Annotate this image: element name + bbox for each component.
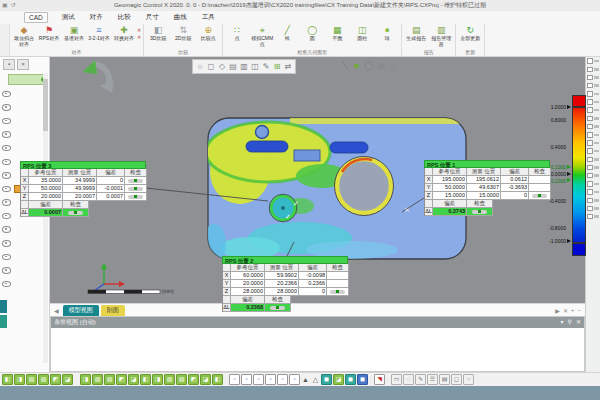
ribbon-button-全部更新[interactable]: ↻全部更新 <box>458 25 482 42</box>
ribbon-button-点[interactable]: ∷点 <box>225 25 249 42</box>
ribbon-button-转换对齐[interactable]: ✚转换对齐 <box>112 25 136 42</box>
checkbox-icon[interactable] <box>587 214 593 220</box>
range-marker-icon[interactable] <box>567 172 571 176</box>
checkbox-icon[interactable] <box>587 75 593 81</box>
undo-icon[interactable]: ↺ <box>11 1 16 8</box>
checkbox-icon[interactable] <box>587 173 593 179</box>
toolbar-icon-12[interactable]: ◪ <box>128 374 139 385</box>
toolbar-icon-5[interactable]: ◩ <box>50 374 61 385</box>
toolbar-icon-15[interactable]: ▧ <box>164 374 175 385</box>
toolbar-icon-40[interactable]: ▤ <box>439 374 450 385</box>
display-option-row[interactable] <box>586 90 600 98</box>
toolbar-icon-14[interactable]: ◨ <box>152 374 163 385</box>
rps-callout-rps1[interactable]: RPS 位置 1参考位置测量 位置偏差检查X195.0000195.06120.… <box>424 160 550 216</box>
ribbon-button-RPS对齐[interactable]: ⚑RPS对齐 <box>37 25 61 42</box>
tree-row[interactable] <box>2 128 42 142</box>
panel-close-icon[interactable]: ✕ <box>563 307 568 314</box>
checkbox-icon[interactable] <box>587 91 593 97</box>
menu-tab-对齐[interactable]: 对齐 <box>89 13 104 22</box>
tree-row[interactable] <box>2 87 42 101</box>
eye-icon[interactable] <box>2 213 11 220</box>
import-view-icon[interactable]: ▤ <box>228 61 238 72</box>
menu-tab-尺寸[interactable]: 尺寸 <box>145 13 160 22</box>
checkbox-icon[interactable] <box>587 58 593 64</box>
display-option-row[interactable] <box>586 106 600 114</box>
toolbar-icon-25[interactable]: ▫ <box>277 374 288 385</box>
ribbon-button-生成报告[interactable]: ▤生成报告 <box>404 25 428 42</box>
split-view-icon[interactable]: ◫ <box>250 61 260 72</box>
toolbar-icon-38[interactable]: ✎ <box>415 374 426 385</box>
prism-view-icon[interactable]: ◇ <box>217 61 227 72</box>
side-tab-2[interactable] <box>0 315 7 328</box>
display-option-row[interactable] <box>586 73 600 81</box>
toolbar-icon-36[interactable]: ▭ <box>391 374 402 385</box>
ribbon-button-2D比较[interactable]: ⇅2D比较 <box>171 25 195 42</box>
toolbar-icon-18[interactable]: ◪ <box>200 374 211 385</box>
checkbox-icon[interactable] <box>587 124 593 130</box>
ribbon-button-球[interactable]: ●球 <box>375 25 399 42</box>
eye-icon[interactable] <box>2 267 11 274</box>
viewport-close-icon[interactable]: × <box>17 59 29 70</box>
checkbox-icon[interactable] <box>587 198 593 204</box>
circle-select-icon[interactable]: ◯ <box>364 60 374 71</box>
tree-row[interactable] <box>2 101 42 115</box>
eye-icon[interactable] <box>2 240 11 247</box>
ribbon-button-3-2-1对齐[interactable]: ≡3-2-1对齐 <box>87 25 111 42</box>
side-tab-1[interactable] <box>0 300 7 313</box>
tree-header[interactable] <box>8 74 48 85</box>
lasso-select-icon[interactable]: ◌ <box>388 60 398 71</box>
tree-row[interactable] <box>2 223 42 237</box>
band-view-header[interactable]: 条带视图 (自动) ▾ ⚲ ✕ <box>51 317 584 328</box>
display-option-row[interactable] <box>586 196 600 204</box>
tolerance-marker-icon[interactable] <box>567 165 571 169</box>
checkbox-icon[interactable] <box>587 181 593 187</box>
ribbon-button-圆柱[interactable]: ◫圆柱 <box>350 25 374 42</box>
ribbon-button-圆[interactable]: ◯圆 <box>300 25 324 42</box>
display-option-row[interactable] <box>586 65 600 73</box>
toolbar-icon-1[interactable]: ◧ <box>2 374 13 385</box>
checkbox-icon[interactable] <box>587 140 593 146</box>
toolbar-icon-16[interactable]: ▨ <box>176 374 187 385</box>
panel-expand-icon[interactable]: + <box>571 307 575 314</box>
ribbon-button-线[interactable]: ╱线 <box>275 25 299 42</box>
display-option-row[interactable] <box>586 163 600 171</box>
ribbon-button-报告管理器[interactable]: ▥报告管理器 <box>429 25 453 47</box>
menu-tab-曲线[interactable]: 曲线 <box>173 13 188 22</box>
display-option-row[interactable] <box>586 131 600 139</box>
eye-icon[interactable] <box>2 281 11 288</box>
toolbar-icon-30[interactable]: ◪ <box>333 374 344 385</box>
ribbon-button-最佳拟合对齐[interactable]: ◆最佳拟合对齐 <box>12 25 36 47</box>
viewport-tab[interactable]: ▪ <box>3 59 15 70</box>
toolbar-icon-19[interactable]: ◧ <box>212 374 223 385</box>
tab-scroll-left-icon[interactable]: ◀ <box>50 307 63 314</box>
checkbox-icon[interactable] <box>587 67 593 73</box>
checkbox-icon[interactable] <box>587 157 593 163</box>
fill-region-icon[interactable]: ■ <box>352 60 362 71</box>
eye-icon[interactable] <box>2 172 11 179</box>
toolbar-icon-9[interactable]: ▧ <box>92 374 103 385</box>
menu-tab-比较[interactable]: 比较 <box>117 13 132 22</box>
rps-callout-rps3[interactable]: RPS 位置 3参考位置测量 位置偏差检查X35.000034.99990Y50… <box>20 161 146 217</box>
tree-scrollbar[interactable] <box>43 73 48 363</box>
display-option-row[interactable] <box>586 57 600 65</box>
toolbar-icon-17[interactable]: ◩ <box>188 374 199 385</box>
align-extra-icon[interactable]: ✕ <box>137 34 141 40</box>
toolbar-icon-32[interactable]: ◼ <box>357 374 368 385</box>
panel-x-icon[interactable]: ✕ <box>576 317 581 328</box>
eye-icon[interactable] <box>2 186 11 193</box>
menu-tab-测试[interactable]: 测试 <box>61 13 76 22</box>
toolbar-icon-23[interactable]: ▫ <box>253 374 264 385</box>
bottom-tab-模型视图[interactable]: 模型视图 <box>63 305 99 316</box>
measure-line-icon[interactable]: ╲ <box>340 60 350 71</box>
checkbox-icon[interactable] <box>587 116 593 122</box>
display-option-row[interactable] <box>586 123 600 131</box>
toolbar-icon-41[interactable]: ◻ <box>451 374 462 385</box>
display-option-row[interactable] <box>586 204 600 212</box>
display-option-row[interactable] <box>586 172 600 180</box>
display-option-row[interactable] <box>586 98 600 106</box>
tree-row[interactable] <box>2 237 42 251</box>
ribbon-button-3D比较[interactable]: ◧3D比较 <box>146 25 170 42</box>
eye-icon[interactable] <box>2 118 11 125</box>
display-option-row[interactable] <box>586 155 600 163</box>
toolbar-icon-27[interactable]: ▲ <box>301 375 310 384</box>
